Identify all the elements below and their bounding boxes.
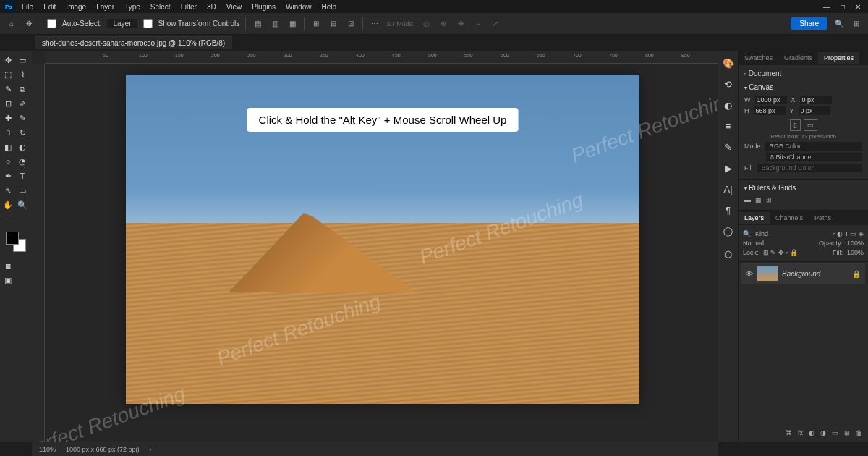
layer-thumbnail[interactable] [757,266,778,281]
menu-select[interactable]: Select [146,1,175,12]
paragraph-panel-icon[interactable]: ¶ [726,205,731,216]
document-tab[interactable]: shot-dunes-desert-sahara-morocco.jpg @ 1… [35,36,232,49]
history-brush-tool[interactable]: ↻ [16,126,29,139]
distribute-h-icon[interactable]: ⊡ [345,18,357,30]
3d-zoom-icon[interactable]: ✥ [455,18,467,30]
move-tool[interactable]: ✥ [1,54,14,67]
orientation-landscape[interactable]: ▭ [804,119,817,131]
vertical-ruler[interactable] [32,64,45,442]
menu-image[interactable]: Image [61,1,90,12]
character-panel-icon[interactable]: A| [723,184,732,195]
quick-select-tool[interactable]: ✎ [1,83,14,96]
canvas-section[interactable]: Canvas [744,83,862,91]
lasso-tool[interactable]: ⌇ [16,68,29,81]
brushes-panel-icon[interactable]: ✎ [724,142,732,153]
layer-mask-icon[interactable]: ◐ [809,429,814,436]
transform-checkbox[interactable] [143,19,153,28]
channels-tab[interactable]: Channels [770,212,809,224]
menu-file[interactable]: File [17,1,38,12]
fill-opacity-input[interactable]: 100% [847,249,864,256]
blur-tool[interactable]: ○ [1,155,14,168]
width-input[interactable] [755,96,787,104]
align-left-icon[interactable]: ▤ [252,18,263,30]
layer-name[interactable]: Background [782,270,820,278]
guides-icon[interactable]: ⊞ [766,196,772,203]
quick-mask[interactable]: ◙ [1,259,14,272]
zoom-level[interactable]: 110% [39,446,56,453]
lock-icon[interactable]: 🔒 [852,270,861,278]
distribute-v-icon[interactable]: ⊟ [328,18,339,30]
stamp-tool[interactable]: ⎍ [1,126,14,139]
menu-view[interactable]: View [222,1,247,12]
3d-scale-icon[interactable]: ⤢ [490,18,501,30]
visibility-icon[interactable]: 👁 [746,270,753,278]
x-input[interactable] [800,96,832,104]
canvas-area[interactable]: 5010015020025030035040045050055060065070… [32,51,718,442]
gradients-tab[interactable]: Gradients [778,52,818,64]
gradient-tool[interactable]: ◐ [16,140,29,153]
properties-tab[interactable]: Properties [818,52,859,64]
frame-tool[interactable]: ⊡ [1,97,14,110]
libraries-panel-icon[interactable]: ≡ [726,121,731,132]
layer-style-icon[interactable]: fx [798,429,803,436]
workspace-icon[interactable]: ⊞ [851,18,862,30]
align-center-icon[interactable]: ▥ [269,18,281,30]
bit-depth-select[interactable]: 8 Bits/Channel [766,153,862,161]
menu-type[interactable]: Type [120,1,145,12]
info-panel-icon[interactable]: ⓘ [723,226,733,239]
move-tool-icon[interactable]: ✥ [23,18,35,30]
menu-filter[interactable]: Filter [176,1,201,12]
menu-3d[interactable]: 3D [203,1,221,12]
color-mode-select[interactable]: RGB Color [765,142,862,151]
opacity-input[interactable]: 100% [847,240,864,247]
fill-select[interactable]: Background Color [757,164,863,172]
more-icon[interactable]: ⋯ [369,18,380,30]
foreground-color[interactable] [6,232,19,245]
adjustments-panel-icon[interactable]: ◐ [724,100,732,111]
screen-mode[interactable]: ▣ [1,274,14,287]
link-layers-icon[interactable]: ⌘ [786,429,792,436]
y-input[interactable] [799,106,830,115]
3d-slide-icon[interactable]: ↔ [472,18,484,30]
orientation-portrait[interactable]: ▯ [790,119,801,131]
adjustment-layer-icon[interactable]: ◑ [820,429,826,436]
zoom-tool[interactable]: 🔍 [16,198,29,211]
brush-tool[interactable]: ✎ [16,111,29,124]
eraser-tool[interactable]: ◧ [1,140,14,153]
path-tool[interactable]: ↖ [1,184,14,197]
eyedropper-tool[interactable]: ✐ [16,97,29,110]
pen-tool[interactable]: ✒ [1,169,14,182]
group-icon[interactable]: ▭ [832,429,838,436]
3d-panel-icon[interactable]: ⬡ [724,249,732,260]
menu-layer[interactable]: Layer [92,1,119,12]
3d-orbit-icon[interactable]: ◎ [420,18,432,30]
height-input[interactable] [754,106,786,115]
new-layer-icon[interactable]: ⊞ [844,429,850,436]
menu-window[interactable]: Window [281,1,316,12]
marquee-tool[interactable]: ⬚ [1,68,14,81]
ruler-icon[interactable]: ▬ [744,196,751,203]
status-arrow-icon[interactable]: › [150,446,152,453]
canvas-image[interactable]: Click & Hold the "Alt Key" + Mouse Scrol… [126,75,639,404]
share-button[interactable]: Share [791,17,827,30]
crop-tool[interactable]: ⧉ [16,83,29,96]
horizontal-ruler[interactable]: 5010015020025030035040045050055060065070… [45,51,718,64]
layer-row-background[interactable]: 👁 Background 🔒 [741,263,865,284]
auto-select-dropdown[interactable]: Layer [107,19,137,28]
shape-tool[interactable]: ▭ [16,184,29,197]
color-panel-icon[interactable]: 🎨 [723,58,734,69]
document-dimensions[interactable]: 1000 px x 668 px (72 ppi) [66,446,140,453]
heal-tool[interactable]: ✚ [1,111,14,124]
paths-tab[interactable]: Paths [809,212,837,224]
distribute-icon[interactable]: ⊞ [310,18,322,30]
dodge-tool[interactable]: ◔ [16,155,29,168]
minimize-button[interactable]: — [823,3,830,11]
artboard-tool[interactable]: ▭ [16,54,29,67]
edit-toolbar[interactable]: ⋯ [1,213,14,226]
menu-plugins[interactable]: Plugins [247,1,280,12]
align-right-icon[interactable]: ▦ [286,18,298,30]
rulers-section[interactable]: Rulers & Grids [744,184,862,192]
search-icon[interactable]: 🔍 [833,18,845,30]
delete-layer-icon[interactable]: 🗑 [856,429,862,436]
3d-pan-icon[interactable]: ⊕ [438,18,449,30]
